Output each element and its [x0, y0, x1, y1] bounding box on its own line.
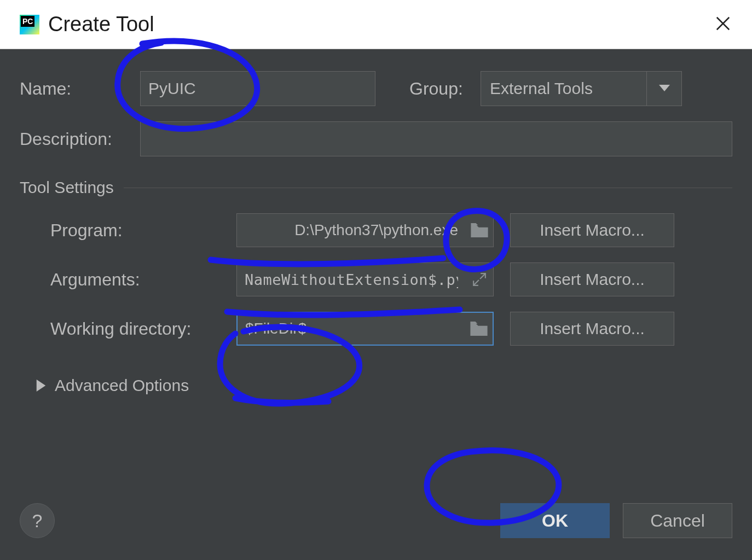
description-input[interactable] [140, 121, 732, 156]
help-button[interactable]: ? [20, 503, 55, 538]
workdir-browse-button[interactable] [465, 313, 493, 345]
arguments-field [236, 262, 494, 296]
description-row: Description: [20, 121, 732, 156]
workdir-field [236, 312, 494, 346]
close-button[interactable] [710, 11, 736, 38]
workdir-row: Working directory: Insert Macro... [20, 312, 732, 346]
folder-icon [470, 322, 488, 336]
workdir-insert-macro-button[interactable]: Insert Macro... [510, 312, 674, 346]
program-label: Program: [50, 220, 220, 241]
arguments-label: Arguments: [50, 270, 220, 290]
group-dropdown-button[interactable] [646, 72, 681, 106]
tool-settings-title: Tool Settings [20, 178, 114, 197]
name-input[interactable] [140, 71, 375, 106]
advanced-options-toggle[interactable]: Advanced Options [20, 376, 732, 395]
expand-icon [472, 272, 487, 287]
group-combobox[interactable]: External Tools [481, 71, 682, 106]
dialog-footer: ? OK Cancel [20, 503, 732, 538]
arguments-input[interactable] [237, 271, 466, 288]
workdir-label: Working directory: [50, 319, 220, 339]
ok-button[interactable]: OK [500, 503, 610, 538]
titlebar-left: Create Tool [20, 13, 154, 36]
arguments-row: Arguments: Insert Macro... [20, 262, 732, 296]
chevron-down-icon [659, 85, 670, 92]
name-group-row: Name: Group: External Tools [20, 71, 732, 106]
window-title: Create Tool [48, 13, 154, 36]
arguments-expand-button[interactable] [466, 263, 493, 296]
tool-settings-header: Tool Settings [20, 178, 732, 197]
group-label: Group: [409, 79, 470, 99]
dialog-body: Name: Group: External Tools Description:… [0, 49, 752, 560]
section-divider [124, 188, 732, 188]
description-label: Description: [20, 129, 129, 149]
pycharm-icon [20, 15, 39, 34]
program-insert-macro-button[interactable]: Insert Macro... [510, 213, 674, 247]
program-field [236, 213, 494, 247]
workdir-input[interactable] [238, 320, 465, 337]
triangle-right-icon [36, 380, 46, 392]
program-browse-button[interactable] [466, 214, 493, 247]
close-icon [715, 15, 731, 32]
folder-icon [471, 223, 488, 237]
program-row: Program: Insert Macro... [20, 213, 732, 247]
group-selected-value: External Tools [481, 79, 646, 98]
titlebar: Create Tool [0, 0, 752, 49]
arguments-insert-macro-button[interactable]: Insert Macro... [510, 262, 674, 296]
advanced-options-label: Advanced Options [55, 376, 189, 395]
cancel-button[interactable]: Cancel [623, 503, 732, 538]
name-label: Name: [20, 79, 129, 99]
program-input[interactable] [237, 221, 466, 239]
